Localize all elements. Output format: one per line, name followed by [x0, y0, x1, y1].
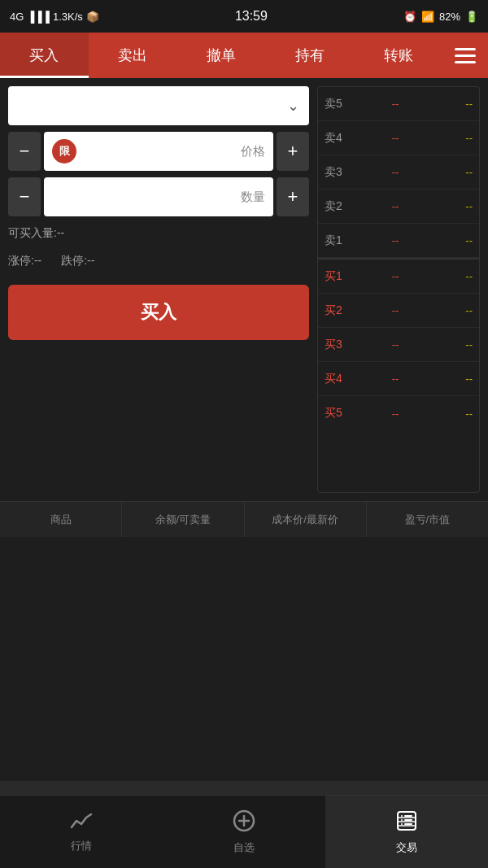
buy3-qty: -- — [443, 338, 473, 351]
sell4-qty: -- — [443, 132, 473, 144]
fall-limit: 跌停:-- — [61, 254, 94, 268]
buy5-label: 买5 — [325, 406, 347, 421]
trade-label: 交易 — [396, 840, 417, 855]
order-book: 卖5 -- -- 卖4 -- -- 卖3 -- -- 卖2 -- -- 卖1 -… — [317, 86, 480, 493]
buy3-price: -- — [347, 338, 443, 351]
watchlist-label: 自选 — [233, 840, 255, 855]
nav-sell[interactable]: 卖出 — [89, 33, 177, 78]
left-panel: ⌄ − 限 价格 + − 数量 + 可买入量:-- 涨停 — [8, 86, 309, 493]
buy1-price: -- — [347, 270, 443, 282]
sell2-label: 卖2 — [325, 199, 347, 214]
order-buy-5: 买5 -- -- — [318, 396, 479, 430]
order-buy-1: 买1 -- -- — [318, 260, 479, 294]
qty-minus-button[interactable]: − — [8, 177, 41, 216]
notification-icon: 📦 — [86, 11, 99, 23]
price-minus-button[interactable]: − — [8, 132, 41, 171]
sell1-label: 卖1 — [325, 233, 347, 248]
sell5-label: 卖5 — [325, 97, 347, 111]
nav-cancel[interactable]: 撤单 — [177, 33, 266, 78]
market-icon — [70, 811, 93, 835]
order-sell-3: 卖3 -- -- — [318, 155, 479, 190]
network-indicator: 4G — [10, 11, 24, 23]
th-pnl: 盈亏/市值 — [367, 502, 488, 537]
status-left: 4G ▐▐▐ 1.3K/s 📦 — [10, 11, 99, 23]
qty-input-field[interactable]: 数量 — [44, 177, 273, 216]
status-bar: 4G ▐▐▐ 1.3K/s 📦 13:59 ⏰ 📶 82% 🔋 — [0, 0, 488, 33]
status-right: ⏰ 📶 82% 🔋 — [403, 11, 478, 23]
sell3-qty: -- — [443, 166, 473, 178]
order-sell-1: 卖1 -- -- — [318, 224, 479, 258]
buy1-qty: -- — [443, 270, 473, 282]
sell4-price: -- — [347, 132, 443, 144]
speed-indicator: 1.3K/s — [53, 11, 83, 23]
trade-icon — [395, 809, 418, 837]
sell2-qty: -- — [443, 200, 473, 212]
order-buy-2: 买2 -- -- — [318, 294, 479, 328]
bottom-watchlist[interactable]: 自选 — [163, 796, 325, 868]
qty-row: − 数量 + — [8, 177, 309, 216]
buy1-label: 买1 — [325, 269, 347, 284]
order-sell-5: 卖5 -- -- — [318, 87, 479, 121]
price-input-field[interactable]: 限 价格 — [44, 132, 273, 171]
top-nav: 买入 卖出 撤单 持有 转账 — [0, 33, 488, 78]
available-qty: 可买入量:-- — [8, 223, 309, 244]
price-plus-button[interactable]: + — [277, 132, 309, 171]
sell2-price: -- — [347, 200, 443, 212]
order-buy-3: 买3 -- -- — [318, 328, 479, 362]
nav-holdings[interactable]: 持有 — [265, 33, 354, 78]
data-area — [0, 537, 488, 781]
nav-menu-button[interactable] — [442, 33, 488, 78]
stock-selector[interactable]: ⌄ — [8, 86, 309, 125]
order-sell-2: 卖2 -- -- — [318, 190, 479, 224]
price-row: − 限 价格 + — [8, 132, 309, 171]
bottom-market[interactable]: 行情 — [0, 796, 163, 868]
price-label: 价格 — [241, 144, 265, 159]
buy5-qty: -- — [443, 408, 473, 420]
price-limits: 涨停:-- 跌停:-- — [8, 251, 309, 272]
buy4-label: 买4 — [325, 372, 347, 386]
buy2-qty: -- — [443, 304, 473, 316]
order-buy-4: 买4 -- -- — [318, 362, 479, 396]
alarm-icon: ⏰ — [403, 11, 416, 23]
signal-icon: ▐▐▐ — [27, 11, 50, 23]
th-cost-price: 成本价/最新价 — [245, 502, 367, 537]
watchlist-icon — [233, 809, 255, 837]
nav-transfer[interactable]: 转账 — [354, 33, 442, 78]
chevron-down-icon: ⌄ — [287, 97, 299, 115]
buy2-label: 买2 — [325, 303, 347, 318]
th-product: 商品 — [0, 502, 122, 537]
bottom-nav: 行情 自选 交易 — [0, 795, 488, 868]
order-sell-4: 卖4 -- -- — [318, 121, 479, 155]
nav-buy[interactable]: 买入 — [0, 33, 89, 78]
buy4-qty: -- — [443, 373, 473, 385]
sell1-price: -- — [347, 234, 443, 246]
buy2-price: -- — [347, 304, 443, 316]
battery-icon: 🔋 — [465, 11, 478, 23]
battery-label: 82% — [439, 11, 460, 23]
buy4-price: -- — [347, 373, 443, 385]
clock: 13:59 — [235, 9, 268, 24]
limit-badge: 限 — [52, 139, 76, 164]
table-header: 商品 余额/可卖量 成本价/最新价 盈亏/市值 — [0, 501, 488, 537]
sell1-qty: -- — [443, 234, 473, 246]
qty-plus-button[interactable]: + — [277, 177, 309, 216]
main-area: ⌄ − 限 价格 + − 数量 + 可买入量:-- 涨停 — [0, 78, 488, 501]
sell5-price: -- — [347, 98, 443, 110]
buy3-label: 买3 — [325, 338, 347, 352]
bottom-trade[interactable]: 交易 — [325, 796, 488, 868]
qty-label: 数量 — [241, 190, 265, 205]
sell5-qty: -- — [443, 98, 473, 110]
market-label: 行情 — [71, 839, 92, 853]
sell3-label: 卖3 — [325, 165, 347, 180]
buy-button[interactable]: 买入 — [8, 285, 309, 340]
hamburger-icon — [455, 48, 476, 63]
wifi-icon: 📶 — [421, 11, 434, 23]
sell4-label: 卖4 — [325, 131, 347, 146]
th-balance: 余额/可卖量 — [122, 502, 244, 537]
buy5-price: -- — [347, 408, 443, 420]
sell3-price: -- — [347, 166, 443, 178]
rise-limit: 涨停:-- — [8, 254, 41, 268]
